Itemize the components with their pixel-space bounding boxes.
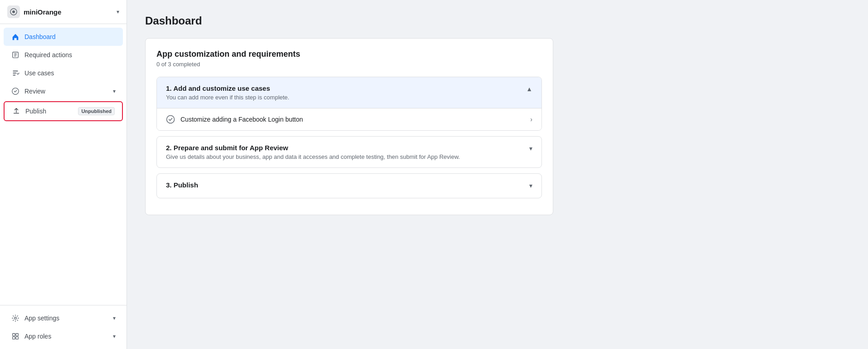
sidebar-item-required-actions[interactable]: Required actions (4, 46, 123, 64)
sidebar-nav: Dashboard Required actions (0, 24, 127, 305)
dashboard-label: Dashboard (24, 33, 116, 40)
step-3-header[interactable]: 3. Publish ▾ (157, 174, 541, 198)
sidebar-item-publish[interactable]: Publish Unpublished (4, 101, 123, 121)
step-2-header[interactable]: 2. Prepare and submit for App Review Giv… (157, 137, 541, 167)
sidebar-item-dashboard[interactable]: Dashboard (4, 28, 123, 46)
sidebar-bottom: App settings ▾ App roles ▾ (0, 305, 127, 349)
requirements-card: App customization and requirements 0 of … (145, 38, 553, 215)
svg-point-11 (167, 116, 175, 123)
review-chevron-icon: ▾ (113, 88, 116, 94)
card-title: App customization and requirements (156, 49, 542, 59)
sidebar-item-review[interactable]: Review ▾ (4, 82, 123, 100)
step-3-chevron-icon: ▾ (529, 182, 532, 189)
step-3-title: 3. Publish (166, 181, 198, 189)
use-cases-icon (11, 69, 20, 78)
publish-label: Publish (25, 108, 73, 115)
app-settings-label: App settings (24, 315, 108, 322)
step-2-chevron-icon: ▾ (529, 145, 532, 152)
app-settings-chevron-icon: ▾ (113, 315, 116, 321)
sidebar-item-app-settings[interactable]: App settings ▾ (4, 309, 123, 327)
step-1-section: 1. Add and customize use cases You can a… (156, 77, 542, 131)
step-1-desc: You can add more even if this step is co… (166, 94, 289, 101)
step-1-header[interactable]: 1. Add and customize use cases You can a… (157, 77, 541, 108)
sidebar-item-use-cases[interactable]: Use cases (4, 64, 123, 82)
review-label: Review (24, 88, 108, 95)
svg-point-1 (12, 10, 15, 13)
main-content: Dashboard App customization and requirem… (127, 0, 868, 349)
step-1-item-0-label: Customize adding a Facebook Login button (180, 116, 303, 123)
app-roles-chevron-icon: ▾ (113, 333, 116, 339)
sidebar: miniOrange ▾ Dashboard Required (0, 0, 127, 349)
use-cases-label: Use cases (24, 69, 116, 77)
app-roles-icon (11, 332, 20, 341)
svg-rect-8 (16, 334, 18, 336)
step-1-item-0-left: Customize adding a Facebook Login button (166, 115, 303, 124)
step-1-item-0[interactable]: Customize adding a Facebook Login button… (157, 108, 541, 130)
step-1-item-0-arrow-icon: › (530, 116, 532, 123)
header-chevron-icon: ▾ (117, 9, 119, 15)
required-actions-label: Required actions (24, 51, 116, 59)
sidebar-header[interactable]: miniOrange ▾ (0, 0, 127, 24)
step-1-content: Customize adding a Facebook Login button… (157, 108, 541, 130)
page-title: Dashboard (145, 15, 850, 27)
publish-icon (12, 107, 21, 116)
home-icon (11, 32, 20, 41)
app-name: miniOrange (24, 8, 113, 16)
app-icon (7, 5, 20, 18)
required-actions-icon (11, 50, 20, 59)
svg-point-6 (15, 317, 17, 320)
svg-rect-9 (13, 337, 15, 339)
review-icon (11, 87, 20, 96)
step-2-title: 2. Prepare and submit for App Review (166, 144, 460, 152)
svg-rect-7 (13, 334, 15, 336)
app-roles-label: App roles (24, 333, 108, 340)
step-2-section: 2. Prepare and submit for App Review Giv… (156, 136, 542, 168)
sidebar-item-app-roles[interactable]: App roles ▾ (4, 327, 123, 345)
step-1-chevron-icon: ▲ (526, 85, 532, 93)
publish-status-badge: Unpublished (78, 107, 115, 115)
app-settings-icon (11, 314, 20, 323)
step-1-title: 1. Add and customize use cases (166, 84, 289, 92)
step-3-section: 3. Publish ▾ (156, 173, 542, 198)
svg-rect-10 (16, 337, 18, 339)
step-2-desc: Give us details about your business, app… (166, 153, 460, 160)
circle-check-icon (166, 115, 175, 124)
card-subtitle: 0 of 3 completed (156, 61, 542, 68)
